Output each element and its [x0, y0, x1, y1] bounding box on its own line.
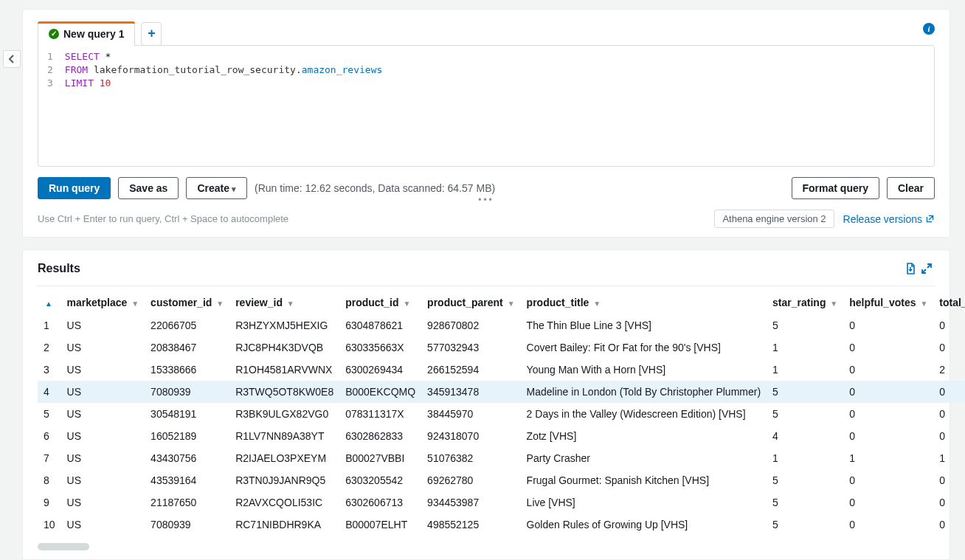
table-cell: 0 [843, 336, 933, 359]
release-versions-link[interactable]: Release versions [843, 213, 935, 225]
table-cell: US [61, 514, 145, 536]
table-row[interactable]: 4US7080939R3TWQ5OT8KW0E8B000EKCQMQ345913… [38, 381, 965, 403]
table-cell: US [61, 359, 145, 381]
table-row[interactable]: 5US30548191R3BK9ULGX82VG0078311317X38445… [38, 403, 965, 425]
table-cell: 266152594 [421, 359, 520, 381]
table-cell: 69262780 [421, 469, 520, 491]
table-cell: 928670802 [421, 314, 520, 336]
table-cell: 0 [843, 491, 933, 514]
table-cell: 5 [767, 381, 843, 403]
table-cell: 0 [843, 469, 933, 491]
query-editor-panel: ✓ New query 1 + i 123 SELECT * FROM lake… [22, 9, 950, 238]
table-cell: 38445970 [421, 403, 520, 425]
table-cell: Young Man With a Horn [VHS] [521, 359, 767, 381]
table-cell: B000EKCQMQ [339, 381, 421, 403]
table-cell: 21187650 [145, 491, 229, 514]
table-cell: 5 [38, 403, 61, 425]
info-icon[interactable]: i [923, 23, 935, 35]
engine-version-badge: Athena engine version 2 [714, 210, 834, 228]
table-row[interactable]: 7US43430756R2IJAELO3PXEYMB00027VBBI51076… [38, 447, 965, 469]
table-cell: 2 [38, 336, 61, 359]
table-cell: 10 [38, 514, 61, 536]
query-tab[interactable]: ✓ New query 1 [38, 21, 135, 46]
table-cell: 16052189 [145, 425, 229, 447]
save-as-button[interactable]: Save as [118, 177, 179, 199]
table-cell: US [61, 425, 145, 447]
column-header[interactable]: review_id ▼ [229, 291, 339, 314]
add-tab-button[interactable]: + [141, 22, 162, 46]
table-cell: 1 [933, 447, 965, 469]
table-cell: 577032943 [421, 336, 520, 359]
table-cell: R3HZYXMJ5HEXIG [229, 314, 339, 336]
table-cell: 6302862833 [339, 425, 421, 447]
table-cell: 6303205542 [339, 469, 421, 491]
table-cell: 2 Days in the Valley (Widescreen Edition… [521, 403, 767, 425]
table-cell: 5 [767, 314, 843, 336]
table-cell: B00007ELHT [339, 514, 421, 536]
run-query-button[interactable]: Run query [38, 177, 111, 199]
results-title: Results [38, 262, 80, 275]
table-row[interactable]: 1US22066705R3HZYXMJ5HEXIG630487862192867… [38, 314, 965, 336]
column-header[interactable]: helpful_votes ▼ [843, 291, 933, 314]
table-cell: The Thin Blue Line 3 [VHS] [521, 314, 767, 336]
results-table: ▲marketplace ▼customer_id ▼review_id ▼pr… [38, 291, 965, 536]
table-cell: 1 [767, 336, 843, 359]
column-header[interactable]: product_id ▼ [339, 291, 421, 314]
table-row[interactable]: 8US43539164R3TN0J9JANR9Q5630320554269262… [38, 469, 965, 491]
table-cell: R2AVXCQOLI53IC [229, 491, 339, 514]
table-cell: 5 [767, 491, 843, 514]
table-cell: R1LV7NN89A38YT [229, 425, 339, 447]
table-row[interactable]: 6US16052189R1LV7NN89A38YT630286283392431… [38, 425, 965, 447]
table-cell: 924318070 [421, 425, 520, 447]
table-cell: 4 [767, 425, 843, 447]
table-cell: 934453987 [421, 491, 520, 514]
table-cell: 1 [767, 359, 843, 381]
table-cell: 5 [767, 403, 843, 425]
sql-editor[interactable]: 123 SELECT * FROM lakeformation_tutorial… [38, 45, 935, 167]
column-header[interactable]: marketplace ▼ [61, 291, 145, 314]
table-cell: 0 [933, 381, 965, 403]
table-cell: 078311317X [339, 403, 421, 425]
collapse-sidebar-button[interactable] [3, 50, 21, 68]
table-cell: 20838467 [145, 336, 229, 359]
column-header[interactable]: total_votes ▼ [933, 291, 965, 314]
table-cell: Zotz [VHS] [521, 425, 767, 447]
table-cell: 9 [38, 491, 61, 514]
table-cell: 0 [933, 336, 965, 359]
table-cell: Golden Rules of Growing Up [VHS] [521, 514, 767, 536]
column-header[interactable]: product_title ▼ [521, 291, 767, 314]
table-row[interactable]: 9US21187650R2AVXCQOLI53IC630260671393445… [38, 491, 965, 514]
expand-icon[interactable] [919, 260, 935, 277]
format-query-button[interactable]: Format query [792, 177, 879, 199]
table-cell: 30548191 [145, 403, 229, 425]
table-cell: 0 [843, 403, 933, 425]
column-header[interactable]: star_rating ▼ [767, 291, 843, 314]
column-header[interactable]: product_parent ▼ [421, 291, 520, 314]
column-header[interactable]: customer_id ▼ [145, 291, 229, 314]
column-header[interactable]: ▲ [38, 291, 61, 314]
download-icon[interactable] [902, 260, 919, 277]
table-cell: 0 [843, 514, 933, 536]
keyboard-hint: Use Ctrl + Enter to run query, Ctrl + Sp… [38, 213, 288, 224]
table-row[interactable]: 10US7080939RC71NIBDHR9KAB00007ELHT498552… [38, 514, 965, 536]
query-tab-label: New query 1 [63, 28, 124, 40]
table-cell: 498552125 [421, 514, 520, 536]
table-cell: 22066705 [145, 314, 229, 336]
table-cell: 345913478 [421, 381, 520, 403]
create-dropdown[interactable]: Create [186, 177, 247, 199]
horizontal-scrollbar[interactable] [38, 543, 89, 550]
table-cell: 6302606713 [339, 491, 421, 514]
run-info-text: (Run time: 12.62 seconds, Data scanned: … [255, 182, 495, 194]
table-cell: US [61, 336, 145, 359]
table-cell: R1OH4581ARVWNX [229, 359, 339, 381]
table-cell: 6304878621 [339, 314, 421, 336]
table-cell: 7 [38, 447, 61, 469]
table-cell: 3 [38, 359, 61, 381]
clear-button[interactable]: Clear [887, 177, 935, 199]
line-gutter: 123 [38, 46, 59, 166]
table-cell: 0 [843, 314, 933, 336]
table-row[interactable]: 2US20838467RJC8PH4K3DVQB630335663X577032… [38, 336, 965, 359]
table-cell: Covert Bailey: Fit Or Fat for the 90's [… [521, 336, 767, 359]
table-cell: R2IJAELO3PXEYM [229, 447, 339, 469]
table-row[interactable]: 3US15338666R1OH4581ARVWNX630026943426615… [38, 359, 965, 381]
